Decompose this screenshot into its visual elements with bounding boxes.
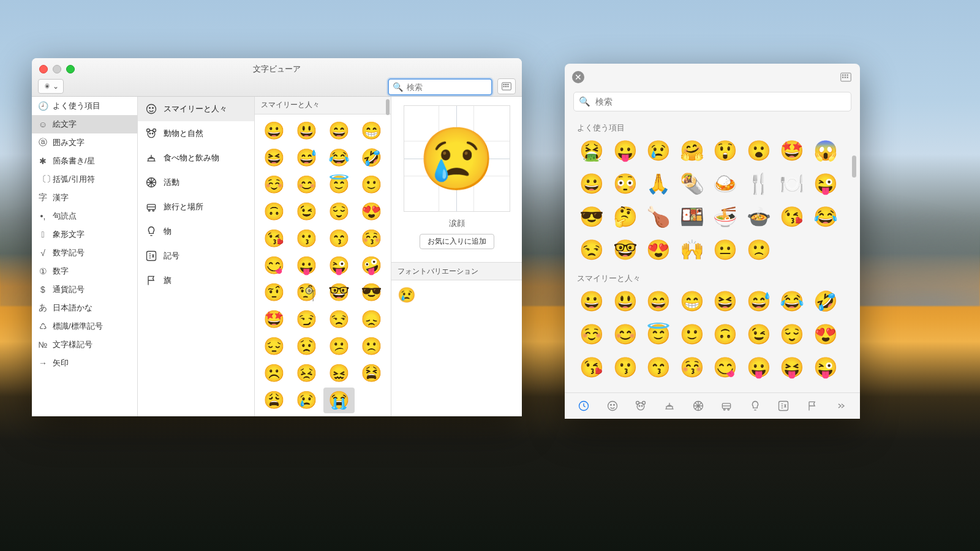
emoji-cell[interactable]: 🙌: [677, 235, 707, 264]
emoji-cell[interactable]: 🍽️: [777, 169, 807, 198]
popover-search-field[interactable]: 🔍: [573, 92, 851, 111]
popover-tab-activity[interactable]: [688, 396, 708, 416]
popover-tab-food[interactable]: [660, 396, 679, 416]
emoji-cell[interactable]: 😲: [710, 136, 741, 165]
emoji-cell[interactable]: 😜: [323, 253, 355, 279]
emoji-cell[interactable]: 🤮: [577, 136, 607, 165]
emoji-cell[interactable]: 😭: [323, 388, 355, 413]
emoji-cell[interactable]: 🤩: [777, 136, 807, 165]
emoji-cell[interactable]: 😛: [744, 353, 774, 382]
expand-toggle-button[interactable]: [839, 71, 853, 83]
emoji-cell[interactable]: 🍛: [710, 169, 741, 198]
emoji-cell[interactable]: 😗: [611, 353, 641, 382]
emoji-cell[interactable]: 🍲: [744, 202, 774, 231]
popover-tab-travel[interactable]: [717, 396, 736, 416]
category-travel[interactable]: 旅行と場所: [138, 195, 254, 219]
category-food[interactable]: 食べ物と飲み物: [138, 146, 254, 170]
emoji-cell[interactable]: 🤪: [356, 253, 387, 279]
emoji-cell[interactable]: 😕: [323, 334, 355, 359]
emoji-cell[interactable]: 😛: [611, 136, 641, 165]
left-item-8[interactable]: √数学記号: [32, 244, 137, 262]
emoji-cell[interactable]: 😄: [644, 287, 674, 316]
compact-toggle-button[interactable]: [497, 78, 516, 94]
emoji-cell[interactable]: 🍴: [744, 169, 774, 198]
emoji-cell[interactable]: 😩: [258, 388, 290, 413]
left-item-6[interactable]: •,句読点: [32, 207, 137, 225]
emoji-cell[interactable]: 😍: [811, 320, 841, 349]
emoji-cell[interactable]: 😀: [577, 169, 607, 198]
emoji-cell[interactable]: 😖: [323, 361, 355, 386]
emoji-cell[interactable]: 😞: [356, 307, 387, 332]
emoji-cell[interactable]: 😉: [291, 199, 322, 225]
popover-tab-objects[interactable]: [745, 396, 765, 416]
emoji-cell[interactable]: 😘: [777, 202, 807, 231]
emoji-cell[interactable]: 😇: [644, 320, 674, 349]
emoji-cell[interactable]: ☺️: [577, 320, 607, 349]
emoji-cell[interactable]: 🧐: [291, 280, 322, 305]
font-variation-cell[interactable]: 😢: [391, 280, 522, 310]
emoji-cell[interactable]: ☹️: [258, 361, 290, 386]
emoji-cell[interactable]: 🙃: [258, 199, 290, 225]
left-item-14[interactable]: →矢印: [32, 354, 137, 372]
left-item-7[interactable]: 𓀀象形文字: [32, 225, 137, 244]
emoji-cell[interactable]: 😗: [291, 226, 322, 252]
popover-tab-animal[interactable]: [631, 396, 650, 416]
emoji-cell[interactable]: 😙: [644, 353, 674, 382]
emoji-cell[interactable]: 😇: [323, 172, 355, 198]
emoji-cell[interactable]: ☺️: [258, 172, 290, 198]
left-item-10[interactable]: $通貨記号: [32, 280, 137, 299]
left-item-9[interactable]: ①数字: [32, 262, 137, 280]
popover-scrollbar[interactable]: [852, 156, 856, 178]
emoji-cell[interactable]: 🍱: [677, 202, 707, 231]
emoji-cell[interactable]: 🤔: [611, 202, 641, 231]
category-symbols[interactable]: 記号: [138, 244, 254, 268]
popover-tab-symbols[interactable]: [774, 396, 793, 416]
category-smiley[interactable]: スマイリーと人々: [138, 97, 254, 121]
close-button[interactable]: ✕: [572, 71, 584, 83]
emoji-cell[interactable]: 😜: [811, 169, 841, 198]
emoji-cell[interactable]: 😍: [644, 235, 674, 264]
emoji-cell[interactable]: 😔: [258, 334, 290, 359]
left-item-3[interactable]: ✱箇条書き/星: [32, 152, 137, 170]
emoji-cell[interactable]: 😂: [323, 145, 355, 171]
emoji-cell[interactable]: 😌: [777, 320, 807, 349]
emoji-cell[interactable]: 😋: [710, 353, 741, 382]
emoji-cell[interactable]: 😒: [577, 235, 607, 264]
emoji-cell[interactable]: 🍜: [710, 202, 741, 231]
emoji-cell[interactable]: 😅: [744, 287, 774, 316]
emoji-cell[interactable]: 😜: [811, 353, 841, 382]
emoji-cell[interactable]: 😋: [258, 253, 290, 279]
emoji-cell[interactable]: 😆: [258, 145, 290, 171]
emoji-cell[interactable]: 😁: [677, 287, 707, 316]
emoji-cell[interactable]: 😢: [291, 388, 322, 413]
popover-tab-more[interactable]: [831, 396, 851, 416]
emoji-cell[interactable]: 😆: [710, 287, 741, 316]
left-item-13[interactable]: №文字様記号: [32, 335, 137, 354]
emoji-cell[interactable]: 😀: [258, 118, 290, 144]
emoji-cell[interactable]: 😛: [291, 253, 322, 279]
emoji-cell[interactable]: 😢: [644, 136, 674, 165]
emoji-cell[interactable]: 😄: [323, 118, 355, 144]
emoji-cell[interactable]: 😌: [323, 199, 355, 225]
popover-tab-smiley[interactable]: [603, 396, 622, 416]
emoji-cell[interactable]: 🤩: [258, 307, 290, 332]
emoji-cell[interactable]: 🤣: [356, 145, 387, 171]
popover-search-input[interactable]: [594, 96, 846, 107]
category-flags[interactable]: 旗: [138, 268, 254, 293]
emoji-cell[interactable]: 😏: [291, 307, 322, 332]
emoji-cell[interactable]: 🙏: [644, 169, 674, 198]
grid-scrollbar[interactable]: [386, 99, 390, 115]
left-item-1[interactable]: ☺絵文字: [32, 115, 137, 133]
emoji-cell[interactable]: 😟: [291, 334, 322, 359]
left-item-12[interactable]: ♺標識/標準記号: [32, 317, 137, 335]
popover-tab-clock[interactable]: [574, 396, 594, 416]
emoji-cell[interactable]: 😙: [323, 226, 355, 252]
emoji-cell[interactable]: 🙁: [356, 334, 387, 359]
left-item-2[interactable]: ⓐ囲み文字: [32, 133, 137, 152]
emoji-cell[interactable]: 😫: [356, 361, 387, 386]
emoji-cell[interactable]: 😳: [611, 169, 641, 198]
emoji-cell[interactable]: 😊: [291, 172, 322, 198]
emoji-cell[interactable]: 🤣: [811, 287, 841, 316]
left-item-4[interactable]: 〔〕括弧/引用符: [32, 170, 137, 189]
emoji-cell[interactable]: 😃: [611, 287, 641, 316]
